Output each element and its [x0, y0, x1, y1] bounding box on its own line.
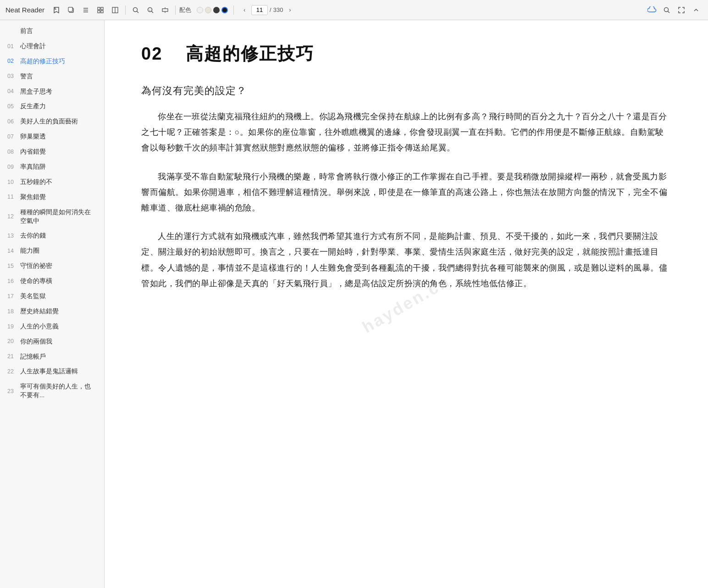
bookmark-icon[interactable] [50, 4, 63, 17]
sidebar-item-12[interactable]: 12種種的瞬間是如何消失在空氣中 [0, 205, 104, 229]
toc-item-label: 警言 [20, 72, 33, 81]
toc-item-num: 16 [7, 277, 20, 286]
toc-item-label: 黑盒子思考 [20, 88, 52, 96]
cloud-icon[interactable] [646, 4, 658, 17]
svg-line-14 [152, 11, 154, 13]
svg-text:+: + [149, 9, 151, 11]
toc-item-num: 22 [7, 368, 20, 376]
toc-item-label: 記憶帳戶 [20, 353, 46, 361]
paragraph-1: 你坐在一班從法蘭克福飛往紐約的飛機上。你認為飛機完全保持在航線上的比例有多高？飛… [141, 109, 671, 156]
search-large-icon[interactable]: + [144, 4, 157, 17]
sidebar-item-10[interactable]: 10五秒鐘的不 [0, 175, 104, 190]
layout-icon[interactable] [109, 4, 122, 17]
toc-item-num: 11 [7, 193, 20, 201]
sidebar-item-20[interactable]: 20你的兩個我 [0, 334, 104, 349]
sidebar-toc: 前言01心理會計02高超的修正技巧03警言04黑盒子思考05反生產力06美好人生… [0, 20, 105, 588]
toc-item-label: 種種的瞬間是如何消失在空氣中 [20, 208, 97, 226]
toc-item-label: 反生產力 [20, 102, 46, 111]
sidebar-item-15[interactable]: 15守恆的祕密 [0, 259, 104, 274]
toc-item-label: 你的兩個我 [20, 338, 52, 346]
toc-item-num: 05 [7, 103, 20, 111]
toc-item-label: 內省錯覺 [20, 148, 46, 156]
collapse-icon[interactable] [690, 4, 702, 17]
grid-icon[interactable] [94, 4, 107, 17]
sidebar-item-6[interactable]: 06美好人生的負面藝術 [0, 114, 104, 129]
toc-item-num: 15 [7, 262, 20, 271]
toc-item-num: 20 [7, 338, 20, 346]
toc-item-label: 心理會計 [20, 42, 46, 51]
sidebar-item-9[interactable]: 09率真陷阱 [0, 160, 104, 175]
page-navigation: ‹ 11 / 330 › [239, 5, 295, 15]
svg-rect-6 [101, 7, 103, 10]
search-toolbar-icon[interactable] [660, 4, 673, 17]
prev-page-button[interactable]: ‹ [239, 5, 249, 15]
toc-item-label: 人生故事是鬼話邏輯 [20, 367, 78, 376]
scale-icon[interactable] [159, 4, 171, 17]
sidebar-item-8[interactable]: 08內省錯覺 [0, 144, 104, 160]
copy-icon[interactable] [65, 4, 77, 17]
sidebar-item-3[interactable]: 03警言 [0, 69, 104, 84]
toc-item-label: 卵巢樂透 [20, 133, 46, 141]
toc-item-label: 美名監獄 [20, 292, 46, 301]
sidebar-item-13[interactable]: 13去你的錢 [0, 228, 104, 244]
toc-item-num: 14 [7, 247, 20, 255]
sidebar-item-21[interactable]: 21記憶帳戶 [0, 349, 104, 365]
toc-item-label: 去你的錢 [20, 232, 46, 240]
sidebar-item-16[interactable]: 16使命的專橫 [0, 274, 104, 289]
sidebar-item-22[interactable]: 22人生故事是鬼話邏輯 [0, 364, 104, 379]
next-page-button[interactable]: › [285, 5, 295, 15]
toc-item-label: 守恆的祕密 [20, 262, 52, 271]
toc-item-num: 23 [7, 388, 20, 396]
sidebar-item-2[interactable]: 02高超的修正技巧 [0, 54, 104, 69]
sidebar-item-17[interactable]: 17美名監獄 [0, 289, 104, 304]
toc-item-num: 21 [7, 353, 20, 361]
toc-item-num: 04 [7, 88, 20, 96]
sidebar-item-23[interactable]: 23寧可有個美好的人生，也不要有... [0, 379, 104, 403]
main-container: 前言01心理會計02高超的修正技巧03警言04黑盒子思考05反生產力06美好人生… [0, 20, 708, 588]
toc-item-label: 人生的小意義 [20, 322, 59, 331]
toc-item-num: 17 [7, 293, 20, 301]
toc-item-label: 歷史終結錯覺 [20, 307, 59, 316]
chapter-name: 高超的修正技巧 [186, 44, 314, 63]
color-dot-white[interactable] [197, 7, 203, 13]
chapter-num: 02 [141, 44, 162, 63]
sidebar-item-19[interactable]: 19人生的小意義 [0, 319, 104, 334]
toc-item-num: 12 [7, 213, 20, 221]
toc-item-label: 能力圈 [20, 247, 39, 255]
toc-item-label: 率真陷阱 [20, 163, 46, 172]
toc-item-num: 13 [7, 232, 20, 240]
toc-item-num: 18 [7, 308, 20, 316]
color-dot-beige[interactable] [205, 7, 211, 13]
color-dot-dark[interactable] [213, 7, 220, 13]
toc-item-label: 美好人生的負面藝術 [20, 117, 78, 126]
sidebar-item-0[interactable]: 前言 [0, 24, 104, 39]
toc-item-num: 09 [7, 163, 20, 172]
fullscreen-icon[interactable] [675, 4, 688, 17]
svg-rect-8 [101, 11, 103, 13]
sidebar-item-14[interactable]: 14能力圈 [0, 244, 104, 259]
paragraph-3: 人生的運行方式就有如飛機或汽車，雖然我們希望其進行方式有所不同，是能夠計畫、預見… [141, 228, 671, 291]
color-dot-black[interactable] [221, 7, 228, 13]
svg-rect-16 [162, 9, 168, 11]
sidebar-item-4[interactable]: 04黑盒子思考 [0, 84, 104, 100]
toc-item-num: 01 [7, 43, 20, 51]
sidebar-item-1[interactable]: 01心理會計 [0, 39, 104, 54]
svg-rect-5 [98, 7, 100, 10]
sidebar-item-5[interactable]: 05反生產力 [0, 99, 104, 114]
toc-item-label: 寧可有個美好的人生，也不要有... [20, 383, 97, 400]
separator-1 [125, 6, 126, 15]
sidebar-item-11[interactable]: 11聚焦錯覺 [0, 190, 104, 205]
toc-item-num: 06 [7, 118, 20, 126]
search-small-icon[interactable] [129, 4, 142, 17]
sidebar-item-7[interactable]: 07卵巢樂透 [0, 129, 104, 144]
list-icon[interactable] [79, 4, 92, 17]
svg-point-19 [664, 7, 669, 11]
color-dots [197, 7, 228, 13]
page-number-input[interactable]: 11 [251, 5, 268, 15]
toc-item-label: 前言 [20, 27, 33, 36]
reading-content: hayden.cn 02 高超的修正技巧 為何沒有完美的設定？ 你坐在一班從法蘭… [105, 20, 708, 588]
toc-item-num: 08 [7, 148, 20, 156]
chapter-title: 02 高超的修正技巧 [141, 42, 671, 66]
sidebar-item-18[interactable]: 18歷史終結錯覺 [0, 304, 104, 319]
paragraph-2: 我滿享受不靠自動駕駛飛行小飛機的樂趣，時常會將執行微小修正的工作掌握在自己手裡。… [141, 169, 671, 216]
